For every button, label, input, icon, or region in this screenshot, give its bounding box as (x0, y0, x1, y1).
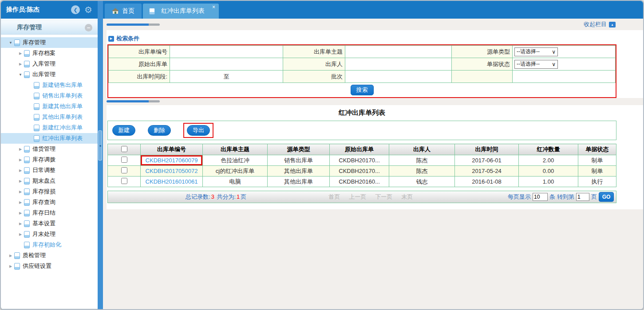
collapsed-arrow-icon[interactable]: ▶ (17, 190, 24, 194)
column-header[interactable]: 红冲数量 (519, 144, 578, 155)
collapse-minus-icon[interactable]: − (85, 24, 92, 31)
go-button[interactable]: GO (599, 192, 614, 202)
sidebar-collapse-handle[interactable]: ◂ (98, 130, 102, 161)
tree-item[interactable]: 库存初始化 (1, 239, 98, 250)
tree-item[interactable]: ▶期末盘点 (1, 176, 98, 186)
document-icon (24, 199, 30, 206)
tree-item[interactable]: 新建红冲出库单 (1, 122, 98, 133)
collapse-columns-link[interactable]: 收起栏目 ▴ (584, 20, 616, 28)
order-code-link[interactable]: CKDBH2017050072 (146, 168, 198, 174)
collapsed-arrow-icon[interactable]: ▶ (17, 179, 24, 183)
operator-bar: 操作员:陈杰 ❮ ⚙ (1, 1, 98, 19)
collapsed-arrow-icon[interactable]: ▶ (17, 62, 24, 66)
collapsed-arrow-icon[interactable]: ▶ (17, 51, 24, 55)
column-header[interactable]: 出库时间 (455, 144, 519, 155)
delete-button[interactable]: 删除 (148, 125, 171, 136)
collapse-columns-label: 收起栏目 (584, 20, 607, 28)
tree-item[interactable]: ▶库存调拨 (1, 154, 98, 165)
tree-item[interactable]: ▶库存查询 (1, 197, 98, 208)
tree-item[interactable]: ▶供应链设置 (1, 261, 98, 271)
outbound-time-range[interactable]: 至 (170, 71, 283, 83)
tree-item[interactable]: ▶月末处理 (1, 229, 98, 239)
row-checkbox[interactable] (121, 178, 127, 184)
order-code-link[interactable]: CKDBH2016010061 (146, 178, 198, 185)
search-form-body: 出库单编号出库单主题源单类型--请选择--∨原始出库单出库人单据状态--请选择-… (109, 46, 616, 83)
column-header[interactable]: 出库人 (389, 144, 455, 155)
doc-status-select[interactable]: --请选择--∨ (514, 60, 558, 69)
collapsed-arrow-icon[interactable]: ▶ (17, 200, 24, 204)
select-all-cell (108, 144, 141, 155)
tree-item-label: 其他出库单列表 (42, 113, 83, 121)
collapsed-arrow-icon[interactable]: ▶ (17, 222, 24, 226)
collapsed-arrow-icon[interactable]: ▶ (17, 147, 24, 151)
source-type-select[interactable]: --请选择--∨ (514, 47, 558, 56)
tree-item[interactable]: ▶入库管理 (1, 59, 98, 69)
batch-input[interactable] (345, 71, 452, 83)
collapsed-arrow-icon[interactable]: ▶ (17, 211, 24, 215)
horizontal-scrollbar[interactable] (107, 24, 160, 26)
collapsed-arrow-icon[interactable]: ▶ (7, 264, 14, 268)
tree-item[interactable]: ▶质检管理 (1, 250, 98, 261)
select-all-checkbox[interactable] (121, 146, 127, 152)
tree-item[interactable]: 新建销售出库单 (1, 80, 98, 90)
page-nav-link[interactable]: 上一页 (349, 193, 366, 201)
per-page-input[interactable] (533, 193, 548, 201)
horizontal-scrollbar[interactable] (107, 100, 160, 102)
page-nav-link[interactable]: 首页 (328, 193, 340, 201)
doc-status-select[interactable]: --请选择--∨ (513, 58, 616, 71)
collapsed-arrow-icon[interactable]: ▶ (7, 254, 14, 258)
search-conditions-header[interactable]: ▶ 检索条件 (108, 35, 643, 43)
column-header[interactable]: 源单类型 (268, 144, 330, 155)
source-type-select[interactable]: --请选择--∨ (513, 46, 616, 58)
gear-icon[interactable]: ⚙ (83, 5, 93, 14)
field-label: 批次 (283, 71, 345, 83)
column-header[interactable]: 出库单主题 (203, 144, 268, 155)
document-icon (24, 71, 30, 78)
column-header[interactable]: 单据状态 (578, 144, 616, 155)
row-checkbox[interactable] (121, 157, 127, 163)
expanded-arrow-icon[interactable]: ▼ (17, 73, 24, 77)
goto-suffix: 页 (591, 193, 597, 201)
back-icon[interactable]: ❮ (71, 5, 80, 14)
tree-item[interactable]: 新建其他出库单 (1, 101, 98, 112)
tree-item-label: 新建红冲出库单 (42, 124, 83, 132)
collapsed-arrow-icon[interactable]: ▶ (17, 158, 24, 162)
expanded-arrow-icon[interactable]: ▼ (7, 41, 14, 45)
tree-item[interactable]: ▶日常调整 (1, 165, 98, 176)
sidebar-panel-header: 库存管理 − (1, 20, 98, 35)
table-row: CKDBH2016010061电脑其他出库单CKDBH20160...钱志201… (108, 177, 616, 187)
tree-item[interactable]: ▼库存管理 (1, 37, 98, 48)
original-outbound-input[interactable] (170, 58, 283, 71)
tree-item[interactable]: ▶借货管理 (1, 144, 98, 154)
search-button[interactable]: 搜索 (351, 85, 374, 95)
goto-page-input[interactable] (576, 193, 589, 201)
tree-item[interactable]: 红冲出库单列表 (1, 133, 98, 144)
row-checkbox[interactable] (121, 167, 127, 173)
column-header[interactable]: 原始出库单 (330, 144, 389, 155)
page-nav-link[interactable]: 末页 (401, 193, 413, 201)
tree-item[interactable]: 销售出库单列表 (1, 90, 98, 101)
export-button[interactable]: 导出 (187, 125, 210, 136)
tab-close-icon[interactable]: × (212, 4, 215, 10)
order-code-cell: CKDBH2017050072 (141, 166, 203, 177)
outbound-order-no-input[interactable] (170, 46, 283, 58)
tree-item[interactable]: ▶库存档案 (1, 48, 98, 59)
column-header[interactable]: 出库单编号 (141, 144, 203, 155)
outbound-person-input[interactable] (345, 58, 452, 71)
new-button[interactable]: 新建 (112, 125, 135, 136)
tree-item[interactable]: ▶库存报损 (1, 186, 98, 197)
select-value: --请选择-- (517, 60, 540, 68)
tree-item[interactable]: ▶基本设置 (1, 218, 98, 229)
order-code-link[interactable]: CKDBH2017060079 (146, 157, 198, 164)
tab-red-flush-list[interactable]: 红冲出库单列表 × (143, 4, 219, 19)
tree-item[interactable]: 其他出库单列表 (1, 112, 98, 122)
total-count: 3 (210, 193, 215, 200)
collapsed-arrow-icon[interactable]: ▶ (17, 169, 24, 173)
page-nav-link[interactable]: 下一页 (375, 193, 392, 201)
collapsed-arrow-icon[interactable]: ▶ (17, 232, 24, 236)
document-icon (24, 242, 30, 248)
outbound-subject-input[interactable] (345, 46, 452, 58)
tree-item[interactable]: ▶库存日结 (1, 208, 98, 218)
tree-item[interactable]: ▼出库管理 (1, 69, 98, 80)
tab-home[interactable]: 首页 (105, 4, 142, 19)
